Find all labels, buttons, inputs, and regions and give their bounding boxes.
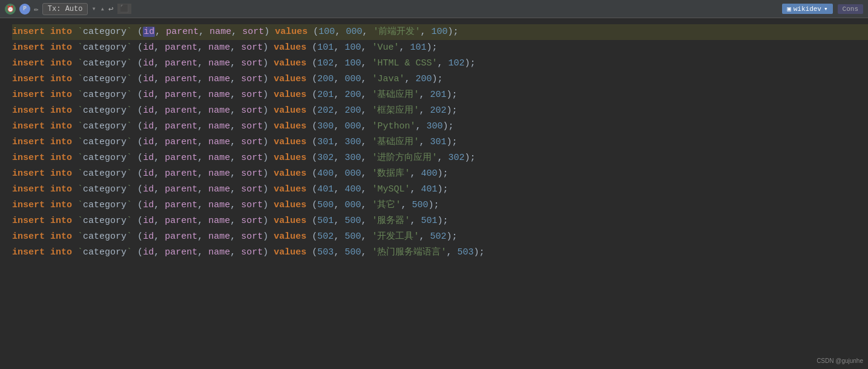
table-row: insert into `category` (id, parent, name… — [12, 56, 868, 71]
p-icon[interactable]: P — [19, 4, 30, 15]
tx-auto-select[interactable]: Tx: Auto — [42, 3, 88, 15]
pen-icon[interactable]: ✏ — [34, 4, 39, 14]
table-row: insert into `category` (id, parent, name… — [12, 166, 868, 182]
clock-icon[interactable]: ⏰ — [5, 4, 16, 15]
wikidev-label: wikidev — [794, 5, 821, 13]
table-row: insert into `category` (id, parent, name… — [12, 24, 868, 40]
table-row: insert into `category` (id, parent, name… — [12, 71, 868, 87]
undo-icon[interactable]: ↩ — [108, 4, 113, 14]
table-row: insert into `category` (id, parent, name… — [12, 198, 868, 213]
table-row: insert into `category` (id, parent, name… — [12, 245, 868, 261]
topbar-right: ▣ wikidev ▾ Cons — [782, 0, 863, 18]
cons-badge[interactable]: Cons — [838, 4, 863, 14]
topbar: ⏰ P ✏ Tx: Auto ▾ ▴ ↩ ⬛ ▣ wikidev ▾ Cons — [0, 0, 868, 18]
dropdown-arrows[interactable]: ▾ ▴ — [91, 4, 105, 13]
watermark: CSDN @gujunhe — [817, 357, 863, 364]
table-row: insert into `category` (id, parent, name… — [12, 229, 868, 245]
table-row: insert into `category` (id, parent, name… — [12, 40, 868, 56]
table-row: insert into `category` (id, parent, name… — [12, 103, 868, 119]
table-row: insert into `category` (id, parent, name… — [12, 135, 868, 150]
wikidev-badge[interactable]: ▣ wikidev ▾ — [782, 4, 832, 14]
stop-icon[interactable]: ⬛ — [117, 4, 131, 14]
table-row: insert into `category` (id, parent, name… — [12, 213, 868, 229]
table-row: insert into `category` (id, parent, name… — [12, 87, 868, 103]
table-row: insert into `category` (id, parent, name… — [12, 119, 868, 135]
wikidev-dropdown[interactable]: ▾ — [824, 5, 828, 13]
db-icon: ▣ — [787, 5, 791, 13]
table-row: insert into `category` (id, parent, name… — [12, 182, 868, 198]
cons-label: Cons — [843, 5, 858, 13]
table-row: insert into `category` (id, parent, name… — [12, 150, 868, 166]
code-editor[interactable]: insert into `category` (id, parent, name… — [0, 18, 868, 369]
